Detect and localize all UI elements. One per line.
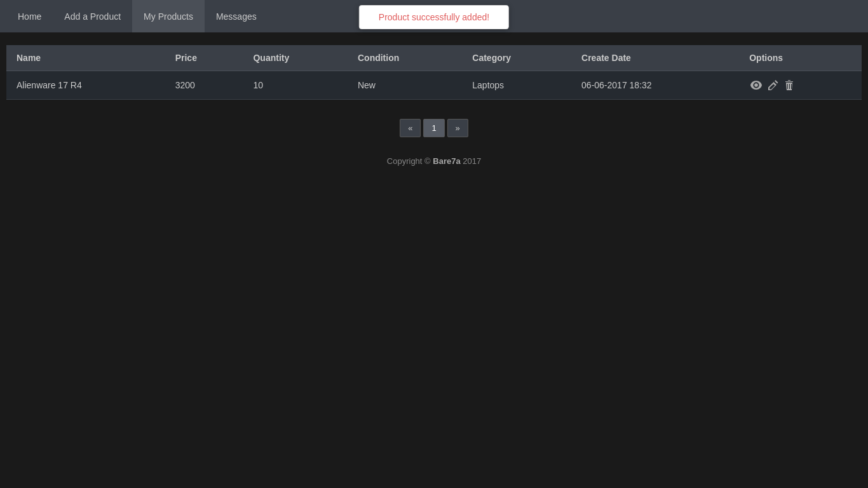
- pagination: « 1 »: [6, 119, 862, 137]
- footer: Copyright © Bare7a 2017: [6, 156, 862, 166]
- cell-create-date: 06-06-2017 18:32: [571, 71, 739, 100]
- footer-year: 2017: [461, 156, 482, 166]
- action-icons: [749, 79, 851, 92]
- view-button[interactable]: [749, 79, 763, 91]
- navbar: Home Add a Product My Products Messages …: [0, 0, 868, 32]
- col-price: Price: [165, 45, 243, 71]
- nav-messages[interactable]: Messages: [205, 0, 268, 32]
- cell-options: [739, 71, 862, 100]
- trash-icon: [785, 80, 794, 90]
- delete-button[interactable]: [783, 79, 795, 92]
- cell-name: Alienware 17 R4: [6, 71, 165, 100]
- pagination-next[interactable]: »: [447, 119, 468, 137]
- footer-brand: Bare7a: [433, 156, 460, 166]
- col-condition: Condition: [348, 45, 462, 71]
- col-create-date: Create Date: [571, 45, 739, 71]
- col-category: Category: [462, 45, 571, 71]
- table-header: Name Price Quantity Condition Category C…: [6, 45, 862, 71]
- nav-add-product[interactable]: Add a Product: [53, 0, 132, 32]
- cell-quantity: 10: [243, 71, 348, 100]
- col-name: Name: [6, 45, 165, 71]
- edit-button[interactable]: [767, 79, 780, 92]
- table-row: Alienware 17 R4 3200 10 New Laptops 06-0…: [6, 71, 862, 100]
- col-options: Options: [739, 45, 862, 71]
- nav-home[interactable]: Home: [6, 0, 53, 32]
- cell-price: 3200: [165, 71, 243, 100]
- col-quantity: Quantity: [243, 45, 348, 71]
- toast-message: Product successfully added!: [379, 12, 489, 22]
- eye-icon: [750, 81, 762, 90]
- footer-text: Copyright ©: [387, 156, 433, 166]
- pagination-page-1[interactable]: 1: [423, 119, 444, 137]
- nav-my-products[interactable]: My Products: [132, 0, 205, 32]
- pagination-prev[interactable]: «: [400, 119, 421, 137]
- success-toast: Product successfully added!: [359, 5, 509, 29]
- table-body: Alienware 17 R4 3200 10 New Laptops 06-0…: [6, 71, 862, 100]
- edit-icon: [768, 80, 778, 90]
- products-table: Name Price Quantity Condition Category C…: [6, 45, 862, 100]
- cell-condition: New: [348, 71, 462, 100]
- cell-category: Laptops: [462, 71, 571, 100]
- main-content: Name Price Quantity Condition Category C…: [0, 32, 868, 179]
